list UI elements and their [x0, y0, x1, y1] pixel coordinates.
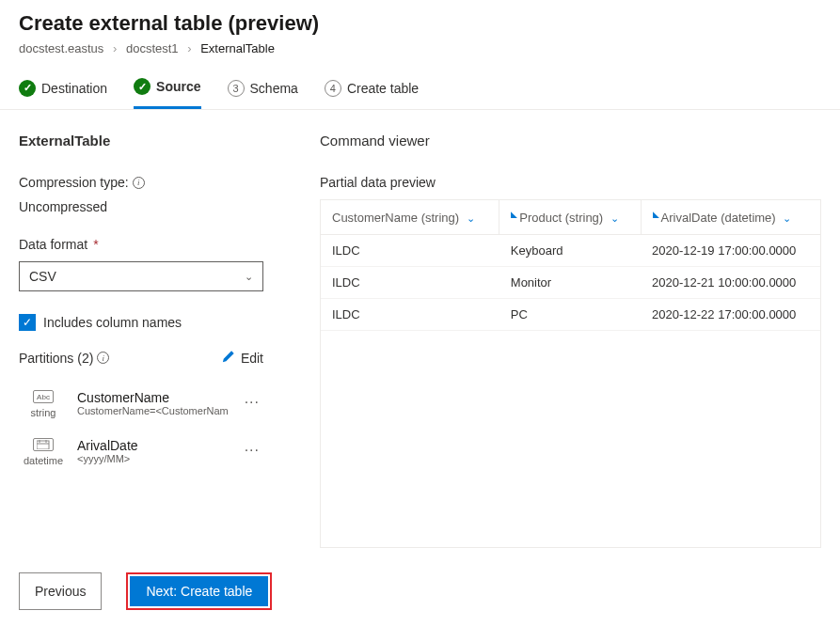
page-header: Create external table (preview) docstest… [0, 0, 840, 63]
compression-type-value: Uncompressed [19, 199, 282, 214]
compression-type-label: Compression type: i [19, 175, 282, 190]
partition-item: datetime ArivalDate <yyyy/MM> ... [19, 431, 263, 478]
wizard-steps: ✓ Destination ✓ Source 3 Schema 4 Create… [0, 63, 840, 110]
data-format-select[interactable]: CSV ⌄ [19, 261, 263, 291]
previous-button[interactable]: Previous [19, 572, 102, 610]
chevron-right-icon: › [113, 41, 117, 55]
cell: ILDC [321, 299, 499, 331]
data-preview-table: CustomerName (string) ⌄ ◣Product (string… [320, 199, 821, 548]
table-row: ILDC PC 2020-12-22 17:00:00.0000 [321, 299, 820, 331]
data-format-label: Data format* [19, 237, 282, 252]
step-label: Source [156, 79, 200, 94]
cell: PC [499, 299, 641, 331]
table-name-heading: ExternalTable [19, 133, 282, 149]
cell: Keyboard [499, 235, 641, 267]
step-label: Destination [41, 81, 107, 96]
highlight-box: Next: Create table [126, 572, 272, 610]
cell: 2020-12-19 17:00:00.0000 [641, 235, 820, 267]
partition-name: ArivalDate [77, 438, 138, 453]
edit-label: Edit [241, 351, 263, 366]
check-icon: ✓ [134, 78, 151, 95]
cell: Monitor [499, 267, 641, 299]
step-number-icon: 3 [228, 80, 245, 97]
next-button[interactable]: Next: Create table [130, 576, 268, 606]
more-icon[interactable]: ... [245, 390, 260, 407]
breadcrumb: docstest.eastus › docstest1 › ExternalTa… [19, 41, 821, 55]
partition-name: CustomerName [77, 390, 228, 405]
partition-pattern: <yyyy/MM> [77, 453, 138, 464]
wizard-footer: Previous Next: Create table [0, 559, 840, 627]
breadcrumb-item[interactable]: docstest.eastus [19, 41, 103, 55]
more-icon[interactable]: ... [245, 438, 260, 455]
left-panel: ExternalTable Compression type: i Uncomp… [19, 133, 282, 548]
cell: ILDC [321, 267, 499, 299]
chevron-down-icon: ⌄ [783, 212, 791, 224]
preview-heading: Partial data preview [320, 175, 821, 190]
column-header[interactable]: ◣Product (string) ⌄ [499, 200, 641, 235]
table-row: ILDC Keyboard 2020-12-19 17:00:00.0000 [321, 235, 820, 267]
step-label: Create table [347, 81, 419, 96]
check-icon: ✓ [19, 80, 36, 97]
svg-rect-0 [37, 441, 49, 449]
step-label: Schema [250, 81, 298, 96]
edit-partitions-button[interactable]: Edit [222, 350, 263, 366]
column-header[interactable]: ◣ArivalDate (datetime) ⌄ [641, 200, 820, 235]
check-icon: ✓ [19, 314, 36, 331]
partition-pattern: CustomerName=<CustomerNam [77, 405, 228, 416]
step-create-table[interactable]: 4 Create table [325, 78, 419, 109]
step-source[interactable]: ✓ Source [134, 78, 200, 109]
right-panel: Command viewer Partial data preview Cust… [320, 133, 821, 548]
string-type-icon: Abc [33, 390, 54, 403]
info-icon[interactable]: i [97, 352, 109, 364]
column-header[interactable]: CustomerName (string) ⌄ [321, 200, 499, 235]
step-number-icon: 4 [325, 80, 341, 97]
checkbox-label: Includes column names [43, 315, 182, 330]
step-destination[interactable]: ✓ Destination [19, 78, 107, 109]
partition-item: Abc string CustomerName CustomerName=<Cu… [19, 383, 263, 431]
includes-column-names-checkbox[interactable]: ✓ Includes column names [19, 314, 282, 331]
cell: 2020-12-22 17:00:00.0000 [641, 299, 820, 331]
partition-type: datetime [24, 455, 63, 466]
cell: ILDC [321, 235, 499, 267]
cell: 2020-12-21 10:00:00.0000 [641, 267, 820, 299]
chevron-down-icon: ⌄ [245, 271, 253, 283]
pencil-icon [222, 350, 235, 366]
step-schema[interactable]: 3 Schema [228, 78, 298, 109]
partition-type: string [31, 407, 56, 418]
chevron-down-icon: ⌄ [610, 212, 619, 224]
breadcrumb-item[interactable]: docstest1 [126, 41, 179, 55]
sort-icon: ◣ [653, 210, 659, 219]
required-asterisk: * [93, 237, 98, 252]
command-viewer-heading: Command viewer [320, 133, 821, 149]
chevron-right-icon: › [187, 41, 191, 55]
sort-icon: ◣ [511, 210, 517, 219]
breadcrumb-item-current: ExternalTable [200, 41, 275, 55]
chevron-down-icon: ⌄ [467, 212, 475, 224]
table-row: ILDC Monitor 2020-12-21 10:00:00.0000 [321, 267, 820, 299]
page-title: Create external table (preview) [19, 11, 821, 36]
select-value: CSV [29, 269, 56, 284]
partitions-label: Partitions (2) i [19, 351, 109, 366]
info-icon[interactable]: i [133, 177, 145, 189]
datetime-type-icon [33, 438, 54, 451]
